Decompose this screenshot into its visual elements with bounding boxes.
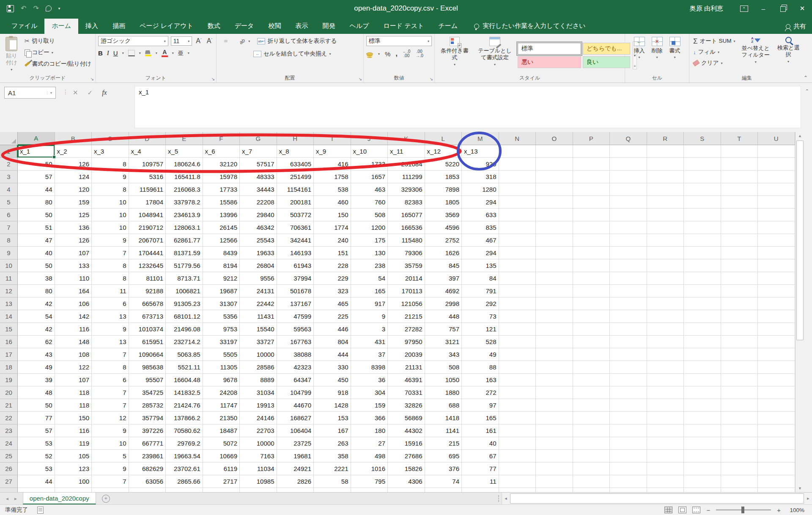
- menu-tab-表示[interactable]: 表示: [288, 19, 315, 34]
- cell-F15[interactable]: 9753: [203, 323, 240, 336]
- cell-S15[interactable]: [684, 323, 721, 336]
- cell-N11[interactable]: [499, 272, 536, 285]
- cell-O5[interactable]: [536, 196, 573, 209]
- cell-O3[interactable]: [536, 171, 573, 183]
- cell-M26[interactable]: 77: [462, 463, 499, 475]
- row-header-23[interactable]: 23: [0, 424, 18, 437]
- cell-F20[interactable]: 24208: [203, 386, 240, 399]
- cell-R5[interactable]: [647, 196, 684, 209]
- cell-E13[interactable]: 91305.23: [166, 297, 203, 310]
- enter-entry-icon[interactable]: ✓: [88, 89, 93, 96]
- scroll-right-icon[interactable]: ►: [804, 493, 812, 504]
- cell-F5[interactable]: 15586: [203, 196, 240, 209]
- cell-A15[interactable]: 42: [18, 323, 55, 336]
- cell-A17[interactable]: 43: [18, 348, 55, 361]
- cell-J10[interactable]: 238: [351, 259, 388, 272]
- cell-F10[interactable]: 8194: [203, 259, 240, 272]
- cell-H14[interactable]: 47599: [277, 310, 314, 323]
- cell-T3[interactable]: [721, 171, 758, 183]
- menu-tab-ファイル[interactable]: ファイル: [4, 19, 44, 34]
- cell-B14[interactable]: 142: [55, 310, 92, 323]
- cell-L16[interactable]: 3121: [425, 336, 462, 348]
- cell-G23[interactable]: 22703: [240, 424, 277, 437]
- cell-B8[interactable]: 126: [55, 234, 92, 247]
- borders-button[interactable]: [128, 50, 135, 56]
- cell-G28[interactable]: [240, 488, 277, 492]
- cell-H5[interactable]: 200181: [277, 196, 314, 209]
- column-header-T[interactable]: T: [721, 132, 758, 145]
- page-break-view-button[interactable]: [692, 507, 700, 513]
- cell-B22[interactable]: 150: [55, 412, 92, 424]
- cell-O15[interactable]: [536, 323, 573, 336]
- column-header-M[interactable]: M: [462, 132, 499, 145]
- column-header-A[interactable]: A: [18, 132, 55, 145]
- cell-U23[interactable]: [758, 424, 795, 437]
- column-header-D[interactable]: D: [129, 132, 166, 145]
- column-header-K[interactable]: K: [388, 132, 425, 145]
- cell-F22[interactable]: 21350: [203, 412, 240, 424]
- bold-button[interactable]: B: [98, 50, 103, 57]
- format-cells-button[interactable]: 書式 ▾: [667, 36, 683, 75]
- cell-B26[interactable]: 123: [55, 463, 92, 475]
- cell-F25[interactable]: 10669: [203, 450, 240, 463]
- row-header-27[interactable]: 27: [0, 475, 18, 488]
- cell-F12[interactable]: 19687: [203, 285, 240, 297]
- cell-E12[interactable]: 1006821: [166, 285, 203, 297]
- cell-P25[interactable]: [573, 450, 610, 463]
- cell-J25[interactable]: 498: [351, 450, 388, 463]
- cell-N13[interactable]: [499, 297, 536, 310]
- paste-button[interactable]: 貼り付け ▾: [3, 36, 21, 75]
- cell-M28[interactable]: [462, 488, 499, 492]
- cell-U20[interactable]: [758, 386, 795, 399]
- cell-C7[interactable]: 10: [92, 221, 129, 234]
- cell-S16[interactable]: [684, 336, 721, 348]
- cell-D13[interactable]: 665678: [129, 297, 166, 310]
- cell-I16[interactable]: 804: [314, 336, 351, 348]
- cell-E11[interactable]: 8713.71: [166, 272, 203, 285]
- cell-T11[interactable]: [721, 272, 758, 285]
- cell-P18[interactable]: [573, 361, 610, 374]
- cell-H8[interactable]: 342441: [277, 234, 314, 247]
- cell-R26[interactable]: [647, 463, 684, 475]
- cell-R16[interactable]: [647, 336, 684, 348]
- cell-N26[interactable]: [499, 463, 536, 475]
- sheet-nav-left-icon[interactable]: ◄: [5, 496, 9, 501]
- cell-E8[interactable]: 62861.77: [166, 234, 203, 247]
- cell-A16[interactable]: 62: [18, 336, 55, 348]
- cell-N4[interactable]: [499, 183, 536, 196]
- cell-E23[interactable]: 70580.62: [166, 424, 203, 437]
- cell-Q11[interactable]: [610, 272, 647, 285]
- cell-L2[interactable]: 5220: [425, 158, 462, 171]
- cell-U28[interactable]: [758, 488, 795, 492]
- cell-G21[interactable]: 19913: [240, 399, 277, 412]
- cell-Q23[interactable]: [610, 424, 647, 437]
- cell-C1[interactable]: x_3: [92, 145, 129, 158]
- cell-M7[interactable]: 835: [462, 221, 499, 234]
- cell-N9[interactable]: [499, 247, 536, 259]
- cell-J22[interactable]: 366: [351, 412, 388, 424]
- cell-B10[interactable]: 133: [55, 259, 92, 272]
- cell-R2[interactable]: [647, 158, 684, 171]
- cell-J1[interactable]: x_10: [351, 145, 388, 158]
- cell-T14[interactable]: [721, 310, 758, 323]
- align-left-button[interactable]: [219, 52, 222, 55]
- cell-D22[interactable]: 357794: [129, 412, 166, 424]
- cell-T23[interactable]: [721, 424, 758, 437]
- cell-O4[interactable]: [536, 183, 573, 196]
- cell-T6[interactable]: [721, 209, 758, 221]
- increase-indent-button[interactable]: [243, 52, 246, 55]
- cell-S6[interactable]: [684, 209, 721, 221]
- row-header-9[interactable]: 9: [0, 247, 18, 259]
- underline-button[interactable]: U: [113, 50, 118, 57]
- cell-H26[interactable]: 24921: [277, 463, 314, 475]
- cell-I19[interactable]: 450: [314, 374, 351, 386]
- cell-R27[interactable]: [647, 475, 684, 488]
- decrease-decimal-button[interactable]: .00→.0: [415, 50, 423, 58]
- cell-C3[interactable]: 9: [92, 171, 129, 183]
- cell-D5[interactable]: 17804: [129, 196, 166, 209]
- row-header-1[interactable]: 1: [0, 145, 18, 158]
- align-middle-button[interactable]: [224, 40, 228, 42]
- cell-U3[interactable]: [758, 171, 795, 183]
- cell-E21[interactable]: 21424.76: [166, 399, 203, 412]
- cell-J8[interactable]: 175: [351, 234, 388, 247]
